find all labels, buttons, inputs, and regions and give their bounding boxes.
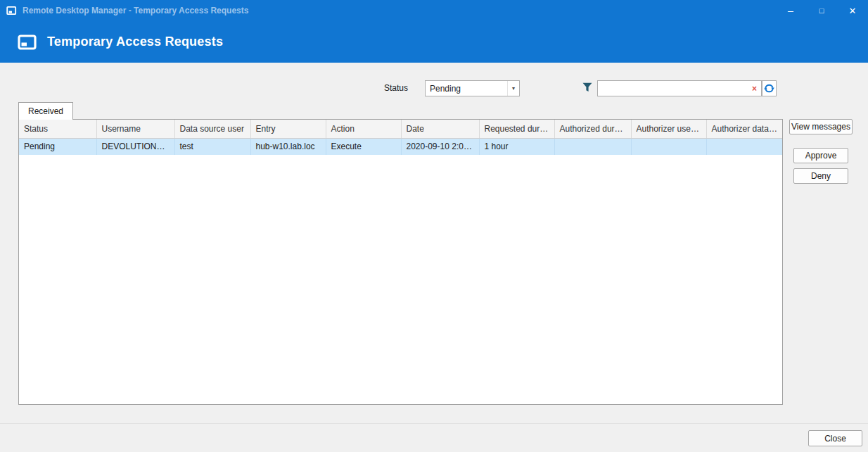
cell-action[interactable]: Execute [326, 138, 401, 155]
requests-table: Status Username Data source user Entry A… [19, 120, 782, 155]
column-header-authorizer-data-source[interactable]: Authorizer data s... [706, 120, 782, 138]
clear-search-icon[interactable]: × [748, 84, 761, 94]
column-header-status[interactable]: Status [19, 120, 96, 138]
maximize-icon[interactable]: □ [806, 0, 837, 21]
column-header-username[interactable]: Username [96, 120, 174, 138]
cell-status[interactable]: Pending [19, 138, 96, 155]
deny-button[interactable]: Deny [793, 168, 848, 184]
titlebar: Remote Desktop Manager - Temporary Acces… [0, 0, 868, 21]
filter-funnel-icon [582, 82, 592, 92]
search-input[interactable] [598, 81, 748, 96]
cell-entry[interactable]: hub-w10.lab.loc [250, 138, 326, 155]
status-dropdown-value: Pending [426, 84, 507, 94]
footer-bar: Close [0, 423, 868, 452]
tab-received[interactable]: Received [18, 102, 73, 120]
cell-authorizer-data-source[interactable] [706, 138, 782, 155]
chevron-down-icon[interactable]: ▾ [507, 81, 519, 96]
refresh-button[interactable] [762, 80, 777, 96]
status-dropdown[interactable]: Pending ▾ [425, 80, 520, 96]
cell-date[interactable]: 2020-09-10 2:01 PM [401, 138, 479, 155]
window-controls: – □ ✕ [775, 0, 868, 21]
status-filter-label: Status [384, 80, 408, 96]
column-header-entry[interactable]: Entry [250, 120, 326, 138]
cell-authorized-duration[interactable] [554, 138, 631, 155]
column-header-date[interactable]: Date [401, 120, 479, 138]
table-header-row: Status Username Data source user Entry A… [19, 120, 782, 138]
close-button[interactable]: Close [808, 430, 862, 446]
temporary-access-icon [18, 34, 37, 50]
approve-button[interactable]: Approve [793, 148, 848, 163]
page-header: Temporary Access Requests [0, 21, 868, 63]
window-title: Remote Desktop Manager - Temporary Acces… [23, 6, 248, 15]
requests-table-container: Status Username Data source user Entry A… [18, 119, 783, 405]
column-header-authorized-duration[interactable]: Authorized duration [554, 120, 631, 138]
view-messages-button[interactable]: View messages [789, 119, 853, 134]
column-header-action[interactable]: Action [326, 120, 401, 138]
refresh-icon [764, 83, 774, 94]
minimize-icon[interactable]: – [775, 0, 806, 21]
page-title: Temporary Access Requests [47, 34, 223, 49]
close-icon[interactable]: ✕ [837, 0, 868, 21]
column-header-data-source-user[interactable]: Data source user [174, 120, 250, 138]
column-header-requested-duration[interactable]: Requested duration [479, 120, 554, 138]
table-row[interactable]: Pending DEVOLUTIONS\hm... test hub-w10.l… [19, 138, 782, 155]
column-header-authorizer-username[interactable]: Authorizer usern... [631, 120, 706, 138]
cell-username[interactable]: DEVOLUTIONS\hm... [96, 138, 174, 155]
app-window-icon [6, 6, 17, 15]
cell-data-source-user[interactable]: test [174, 138, 250, 155]
filter-search-box: × [597, 80, 762, 96]
cell-authorizer-username[interactable] [631, 138, 706, 155]
cell-requested-duration[interactable]: 1 hour [479, 138, 554, 155]
